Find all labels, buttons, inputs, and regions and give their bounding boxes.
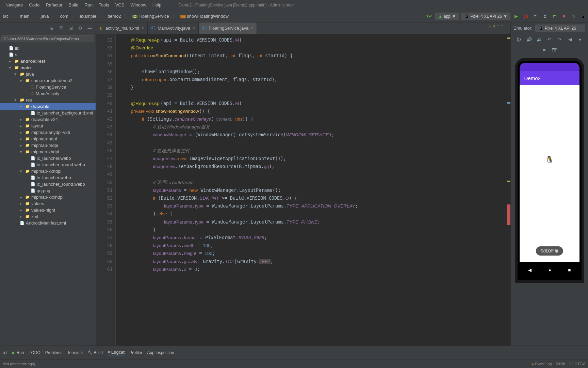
tree-item[interactable]: ▾📁mipmap-xhdpi: [0, 149, 96, 155]
menu-tools[interactable]: Tools: [96, 2, 112, 8]
stop-icon[interactable]: ■: [560, 13, 568, 20]
menu-refactor[interactable]: Refactor: [43, 2, 65, 8]
menu-window[interactable]: Window: [128, 2, 149, 8]
expand-icon[interactable]: ⇱: [58, 25, 65, 32]
overview-icon[interactable]: ■: [541, 46, 548, 53]
tree-item[interactable]: ▾📁main: [0, 64, 96, 71]
tree-item[interactable]: ▾📁com.example.demo2: [0, 77, 96, 84]
line-gutter[interactable]: 32 33 34 35 36 37 38 39 40 41 42 43 44 4…: [96, 34, 116, 346]
close-tab-icon[interactable]: ×: [192, 26, 195, 31]
toolwindow-problems[interactable]: Problems: [45, 350, 63, 355]
tree-item[interactable]: 📄ic_launcher_round.webp: [0, 162, 96, 168]
tree-item[interactable]: 📄ic_launcher_round.webp: [0, 181, 96, 187]
home-icon[interactable]: ●: [576, 35, 584, 43]
close-tab-icon[interactable]: ×: [141, 26, 144, 31]
menu-vcs[interactable]: VCS: [113, 2, 127, 8]
tree-item[interactable]: 📄qq.png: [0, 187, 96, 194]
close-tab-icon[interactable]: ×: [250, 26, 253, 31]
toolwindow-profiler[interactable]: Profiler: [129, 350, 142, 355]
run-icon[interactable]: ▶: [512, 13, 520, 20]
editor-tab[interactable]: ⒸFloatingService.java×: [199, 22, 257, 34]
tree-item[interactable]: ▸📁mipmap-hdpi: [0, 136, 96, 142]
tree-item[interactable]: ▾📁java: [0, 71, 96, 77]
back-icon[interactable]: ◀: [566, 35, 574, 43]
tree-item[interactable]: 📄s: [0, 51, 96, 58]
build-hammer-icon[interactable]: ▾✔: [426, 13, 433, 20]
device-selector[interactable]: 📱 Pixel 4 XL API 26 ▼: [461, 13, 510, 20]
tree-item[interactable]: 📄ic_launcher.webp: [0, 155, 96, 162]
debug-icon[interactable]: 🐞: [522, 13, 529, 20]
breadcrumb-item[interactable]: java: [39, 13, 50, 19]
toolwindow-app-inspection[interactable]: App Inspection: [147, 350, 174, 355]
tree-item[interactable]: ▸📁mipmap-anydpi-v26: [0, 129, 96, 136]
tree-item[interactable]: ▾📁drawable: [0, 103, 96, 110]
tree-item[interactable]: ▾📁mipmap-xxhdpi: [0, 168, 96, 174]
menu-build[interactable]: Build: [66, 2, 81, 8]
toolwindow-run[interactable]: ▶ Run: [12, 350, 24, 355]
breadcrumb-item[interactable]: mshowFloatingWindow: [179, 13, 230, 19]
nav-home-icon[interactable]: ●: [549, 267, 551, 273]
tree-item[interactable]: ▸📁values-night: [0, 207, 96, 213]
tree-item[interactable]: 📄AndroidManifest.xml: [0, 220, 96, 226]
profiler-icon[interactable]: ⧗: [541, 13, 549, 20]
sync-icon[interactable]: ⟳: [570, 13, 577, 20]
tree-item[interactable]: ▸📁drawable-v24: [0, 116, 96, 123]
breadcrumb-item[interactable]: demo2: [106, 13, 122, 19]
menu-code[interactable]: Code: [26, 2, 42, 8]
emulator-device[interactable]: 📱 Pixel 4 XL API 26: [535, 25, 585, 32]
menu-navigate[interactable]: Navigate: [3, 2, 26, 8]
hide-icon[interactable]: —: [86, 25, 94, 32]
editor-tab[interactable]: ◧activity_main.xml×: [96, 22, 148, 34]
tree-item[interactable]: ▸📁mipmap-mdpi: [0, 142, 96, 149]
nav-back-icon[interactable]: ◀: [528, 267, 532, 273]
tree-item[interactable]: ▸📁xml: [0, 213, 96, 220]
breadcrumb-item[interactable]: com: [59, 13, 70, 19]
avd-icon[interactable]: 📱: [579, 13, 587, 20]
breadcrumb-item[interactable]: main: [18, 13, 31, 19]
editor-tab[interactable]: ⒸMainActivity.java×: [148, 22, 199, 34]
event-log-button[interactable]: ● Event Log: [532, 362, 552, 366]
phone-navbar[interactable]: ◀ ● ■: [520, 262, 579, 278]
tree-item[interactable]: ▸📁androidTest: [0, 58, 96, 64]
power-icon[interactable]: ⏻: [515, 35, 523, 43]
project-tree[interactable]: 📄ild📄s▸📁androidTest▾📁main▾📁java▾📁com.exa…: [0, 44, 96, 346]
prev-highlight-icon[interactable]: ˄: [497, 25, 499, 29]
floating-window-icon[interactable]: 🐧: [545, 155, 554, 164]
attach-icon[interactable]: ⇄: [551, 13, 558, 20]
tree-item[interactable]: 📄ild: [0, 45, 96, 51]
phone-screen[interactable]: Demo2 🐧 你充Q币嘛 ◀ ● ■: [520, 63, 579, 278]
menu-run[interactable]: Run: [82, 2, 95, 8]
tree-item[interactable]: ▸📁mipmap-xxxhdpi: [0, 194, 96, 200]
breadcrumb-item[interactable]: src: [1, 13, 10, 19]
toolwindow-terminal[interactable]: Terminal: [67, 350, 83, 355]
next-highlight-icon[interactable]: ˅: [500, 25, 502, 29]
settings-icon[interactable]: ⚙: [77, 25, 84, 32]
tree-item[interactable]: 📄ic_launcher_background.xml: [0, 110, 96, 116]
tree-item[interactable]: ⒸFloatingService: [0, 84, 96, 90]
toolwindow-logcat[interactable]: ≡ Logcat: [108, 350, 125, 355]
rotate-left-icon[interactable]: ↶: [546, 35, 553, 43]
volume-up-icon[interactable]: 🔊: [525, 35, 533, 43]
collapse-icon[interactable]: ⇲: [67, 25, 75, 32]
file-encoding[interactable]: LF UTF-8: [569, 362, 585, 366]
tree-item[interactable]: 📄ic_launcher.webp: [0, 174, 96, 181]
toolwindow-rol[interactable]: rol: [3, 350, 7, 355]
menu-help[interactable]: Help: [150, 2, 164, 8]
tree-item[interactable]: ▾📁res: [0, 97, 96, 103]
nav-recent-icon[interactable]: ■: [568, 267, 571, 273]
volume-down-icon[interactable]: 🔉: [536, 35, 543, 43]
inspection-widget[interactable]: ⚠ 3 ˄ ˅: [488, 25, 502, 29]
coverage-icon[interactable]: ≡: [532, 13, 539, 20]
caret-position[interactable]: 59:38: [556, 362, 565, 366]
toolwindow-todo[interactable]: TODO: [29, 350, 40, 355]
rotate-right-icon[interactable]: ↷: [556, 35, 564, 43]
toolwindow-build[interactable]: 🔨 Build: [87, 350, 103, 355]
run-config-selector[interactable]: ▲app ▼: [435, 13, 459, 20]
screenshot-icon[interactable]: 📷: [551, 46, 558, 53]
error-stripe[interactable]: [506, 34, 510, 346]
breadcrumb-item[interactable]: example: [78, 13, 98, 19]
locate-icon[interactable]: ⊕: [48, 25, 55, 32]
tree-item[interactable]: ⒸMainActivity: [0, 90, 96, 97]
tree-item[interactable]: ▸📁values: [0, 200, 96, 207]
code-editor[interactable]: @RequiresApi(api = Build.VERSION_CODES.M…: [116, 34, 510, 346]
